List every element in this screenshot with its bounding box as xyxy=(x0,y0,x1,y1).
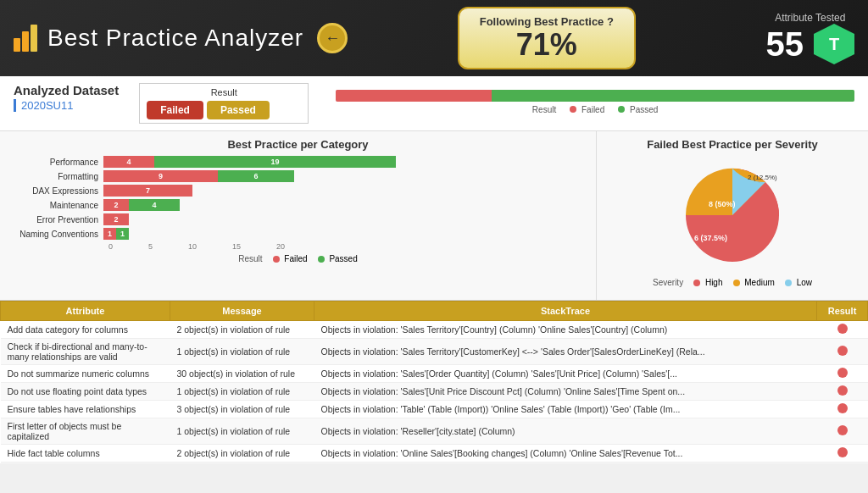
table-section: Attribute Message StackTrace Result Add … xyxy=(0,301,868,463)
cell-stacktrace: Objects in violation: 'Sales Territory'[… xyxy=(314,321,817,339)
cell-stacktrace: Objects in violation: 'Sales Territory'[… xyxy=(314,339,817,365)
cell-message: 2 object(s) in violation of rule xyxy=(170,321,314,339)
result-dot xyxy=(837,324,848,334)
cell-attribute: First letter of objects must be capitali… xyxy=(1,418,170,445)
legend-failed-item: Failed xyxy=(570,105,604,114)
bar-row: Naming Conventions11 xyxy=(10,228,586,240)
back-icon: ← xyxy=(325,30,340,47)
dataset-subtitle: 2020SU11 xyxy=(14,99,119,112)
cell-result xyxy=(817,321,868,339)
bar-chart-section: Best Practice per Category Performance41… xyxy=(0,131,597,300)
bar-row: Error Prevention2 xyxy=(10,213,586,225)
cell-result xyxy=(817,418,868,445)
result-dot xyxy=(837,403,848,413)
table-wrapper[interactable]: Attribute Message StackTrace Result Add … xyxy=(0,301,868,463)
cell-result xyxy=(817,339,868,365)
data-table: Attribute Message StackTrace Result Add … xyxy=(0,301,868,463)
cell-stacktrace: Objects in violation: 'Table' (Table (Im… xyxy=(314,401,817,418)
cell-message: 1 object(s) in violation of rule xyxy=(170,339,314,365)
bar-row: Maintenance24 xyxy=(10,199,586,211)
legend-passed-item: Passed xyxy=(618,105,658,114)
result-box-title: Result xyxy=(147,87,301,97)
cell-stacktrace: Objects in violation: 'Online Sales'[Boo… xyxy=(314,445,817,463)
col-header-message: Message xyxy=(170,302,314,321)
bar-chart-legend: Result Failed Passed xyxy=(10,254,586,263)
bar-row: Formatting96 xyxy=(10,170,586,182)
pie-chart-title: Failed Best Practice per Severity xyxy=(607,138,858,151)
cell-attribute: Check if bi-directional and many-to-many… xyxy=(1,339,170,365)
cell-attribute: Mark primary keys xyxy=(1,463,170,464)
svg-text:8 (50%): 8 (50%) xyxy=(709,200,736,208)
col-header-stacktrace: StackTrace xyxy=(314,302,817,321)
cell-result xyxy=(817,401,868,418)
svg-text:2 (12.5%): 2 (12.5%) xyxy=(748,174,777,181)
following-best-practice-box: Following Best Practice ? 71% xyxy=(458,7,636,70)
failed-dot xyxy=(570,106,576,113)
result-box: Result Failed Passed xyxy=(139,83,309,124)
result-dot xyxy=(837,346,848,356)
passed-button[interactable]: Passed xyxy=(207,101,270,119)
legend-passed-label: Passed xyxy=(630,105,658,114)
passed-dot xyxy=(618,106,625,113)
bar-chart-title: Best Practice per Category xyxy=(10,138,586,151)
cell-message: 1 object(s) in violation of rule xyxy=(170,383,314,401)
cell-message: 1 object(s) in violation of rule xyxy=(170,418,314,445)
result-dot xyxy=(837,385,848,396)
table-row: Hide fact table columns2 object(s) in vi… xyxy=(1,445,868,463)
attribute-tested-section: Attribute Tested 55 T xyxy=(766,12,855,64)
cell-attribute: Do not summarize numeric columns xyxy=(1,365,170,383)
progress-legend: Result Failed Passed xyxy=(336,105,854,114)
table-row: Do not use floating point data types1 ob… xyxy=(1,383,868,401)
progress-bar xyxy=(336,90,854,102)
cell-attribute: Hide fact table columns xyxy=(1,445,170,463)
cell-attribute: Ensure tables have relationships xyxy=(1,401,170,418)
result-dot xyxy=(837,447,848,457)
dataset-section: Analyzed Dataset 2020SU11 Result Failed … xyxy=(0,76,868,131)
table-row: First letter of objects must be capitali… xyxy=(1,418,868,445)
app-header: Best Practice Analyzer ← Following Best … xyxy=(0,0,868,76)
logo-bar-2 xyxy=(22,31,29,52)
table-header-row: Attribute Message StackTrace Result xyxy=(1,302,868,321)
header-center: Following Best Practice ? 71% xyxy=(348,7,745,70)
col-header-result: Result xyxy=(817,302,868,321)
cell-result xyxy=(817,463,868,464)
back-button[interactable]: ← xyxy=(317,23,348,53)
cell-result xyxy=(817,383,868,401)
dataset-info: Analyzed Dataset 2020SU11 xyxy=(14,83,119,112)
logo-bar-3 xyxy=(31,25,37,52)
progress-area: Result Failed Passed xyxy=(336,83,854,114)
cell-stacktrace: Objects in violation: 'Reseller'[city.st… xyxy=(314,418,817,445)
cell-stacktrace: Objects in violation: 'Sales'[Unit Price… xyxy=(314,383,817,401)
bar-chart: Performance419Formatting96DAX Expression… xyxy=(10,156,586,240)
cell-attribute: Add data category for columns xyxy=(1,321,170,339)
table-row: Mark primary keys5 object(s) in violatio… xyxy=(1,463,868,464)
progress-passed xyxy=(492,90,854,102)
attr-tested-num: 55 xyxy=(766,27,804,61)
progress-failed xyxy=(336,90,492,102)
col-header-attribute: Attribute xyxy=(1,302,170,321)
attr-tested-label: Attribute Tested xyxy=(775,12,845,24)
dataset-title: Analyzed Dataset xyxy=(14,83,119,97)
cell-result xyxy=(817,445,868,463)
legend-result-label: Result xyxy=(532,105,556,114)
result-buttons: Failed Passed xyxy=(147,101,301,119)
svg-text:6 (37.5%): 6 (37.5%) xyxy=(694,234,727,242)
cell-message: 2 object(s) in violation of rule xyxy=(170,445,314,463)
table-row: Ensure tables have relationships3 object… xyxy=(1,401,868,418)
cell-message: 3 object(s) in violation of rule xyxy=(170,401,314,418)
bar-row: Performance419 xyxy=(10,156,586,168)
bar-row: DAX Expressions7 xyxy=(10,185,586,197)
pie-legend: Severity High Medium Low xyxy=(607,278,858,287)
pie-chart-section: Failed Best Practice per Severity 8 (50%… xyxy=(597,131,868,300)
cell-attribute: Do not use floating point data types xyxy=(1,383,170,401)
following-pct: 71% xyxy=(480,28,614,62)
hexagon-icon: T xyxy=(814,24,854,64)
charts-section: Best Practice per Category Performance41… xyxy=(0,131,868,301)
failed-button[interactable]: Failed xyxy=(147,101,203,119)
cell-message: 30 object(s) in violation of rule xyxy=(170,365,314,383)
cell-stacktrace: Objects in violation: 'Customer'[Custome… xyxy=(314,463,817,464)
cell-stacktrace: Objects in violation: 'Sales'[Order Quan… xyxy=(314,365,817,383)
cell-message: 5 object(s) in violation of rule xyxy=(170,463,314,464)
logo-bar-1 xyxy=(14,38,20,52)
pie-chart: 8 (50%) 6 (37.5%) 2 (12.5%) xyxy=(607,156,858,274)
